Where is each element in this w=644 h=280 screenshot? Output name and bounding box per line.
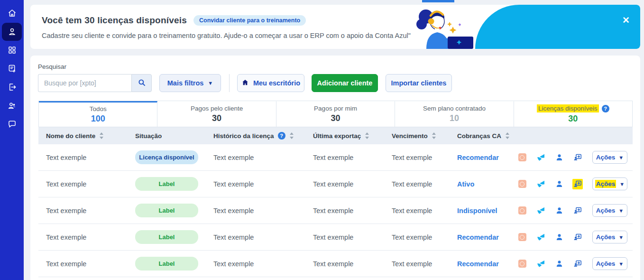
actions-button[interactable]: Ações ▼ xyxy=(592,231,627,243)
status-badge: Licença disponível xyxy=(135,150,198,164)
user-icon[interactable] xyxy=(554,232,564,243)
search-label: Pesquisar xyxy=(38,63,633,70)
tab-pagos-pelo-cliente[interactable]: Pagos pelo cliente 30 xyxy=(157,101,276,127)
help-icon[interactable]: ? xyxy=(602,105,609,112)
search-input[interactable] xyxy=(38,74,131,92)
office-home-icon xyxy=(241,79,249,88)
cobranca-link[interactable]: Indisponível xyxy=(457,207,497,215)
cell-client-name: Text exemple xyxy=(38,233,135,241)
cell-license-history: Text exemple xyxy=(213,154,313,161)
sidebar-item-notes[interactable] xyxy=(0,59,24,78)
add-client-button[interactable]: Adicionar cliente xyxy=(312,74,378,92)
cobranca-link[interactable]: Ativo xyxy=(457,180,474,188)
coin-icon[interactable] xyxy=(517,205,527,216)
table-row: Text exemple Label Text exemple Text exe… xyxy=(38,251,633,277)
cobranca-link[interactable]: Recomendar xyxy=(457,260,499,268)
cell-client-name: Text exemple xyxy=(38,180,135,188)
conta-azul-logo-icon[interactable] xyxy=(535,232,546,243)
cell-client-name: Text exemple xyxy=(38,260,135,268)
my-office-button[interactable]: Meu escritório xyxy=(237,74,304,92)
col-vencimento[interactable]: Vencimento xyxy=(392,132,457,140)
clients-table: Nome do cliente Situação Histórico da li… xyxy=(38,127,633,277)
col-historico-licenca[interactable]: Histórico da licença ? xyxy=(213,132,313,140)
apps-grid-icon xyxy=(2,41,22,59)
table-row: Text exemple Label Text exemple Text exe… xyxy=(38,224,633,251)
coin-icon[interactable] xyxy=(517,259,527,269)
user-training-icon[interactable] xyxy=(572,232,583,243)
import-clients-button[interactable]: Importar clientes xyxy=(386,74,452,92)
help-icon[interactable]: ? xyxy=(278,132,285,140)
col-ultima-exportacao[interactable]: Última exportaç xyxy=(313,132,392,140)
tab-pagos-cliente-count: 30 xyxy=(212,113,221,123)
sidebar-item-partners[interactable] xyxy=(0,96,24,115)
sort-icon[interactable] xyxy=(365,132,369,139)
banner-subtitle: Cadastre seu cliente e convide para o tr… xyxy=(42,32,411,39)
sidebar-item-clients[interactable] xyxy=(0,22,24,41)
user-icon[interactable] xyxy=(554,259,564,269)
conta-azul-logo-icon[interactable] xyxy=(535,259,546,269)
user-training-icon[interactable] xyxy=(572,259,583,269)
actions-button[interactable]: Ações ▼ xyxy=(592,257,627,270)
sidebar-item-chat[interactable] xyxy=(0,115,24,133)
conta-azul-logo-icon[interactable] xyxy=(535,179,546,189)
user-training-icon[interactable] xyxy=(572,179,583,189)
clients-panel: Pesquisar Mais filtros ▼ xyxy=(30,56,640,280)
search-button[interactable] xyxy=(131,74,152,92)
partners-icon xyxy=(2,97,22,115)
cell-client-name: Text exemple xyxy=(38,154,135,161)
coin-icon[interactable] xyxy=(517,152,527,163)
banner-text: Você tem 30 licenças disponíveis Convida… xyxy=(42,15,411,39)
user-training-icon[interactable] xyxy=(572,205,583,216)
user-training-icon[interactable] xyxy=(572,152,583,163)
license-banner: Você tem 30 licenças disponíveis Convida… xyxy=(30,5,640,49)
user-icon[interactable] xyxy=(554,179,564,189)
invite-training-badge[interactable]: Convidar cliente para o treinamento xyxy=(193,15,306,26)
sort-icon[interactable] xyxy=(289,132,294,139)
cell-last-export: Text exemple xyxy=(313,260,392,268)
actions-label: Ações xyxy=(596,260,616,267)
sidebar-item-export[interactable] xyxy=(0,78,24,96)
col-cobrancas-ca[interactable]: Cobranças CA xyxy=(457,132,517,140)
status-badge: Label xyxy=(135,257,198,271)
support-woman-illustration xyxy=(414,5,479,49)
cobranca-link[interactable]: Recomendar xyxy=(457,233,499,241)
conta-azul-logo-icon[interactable] xyxy=(535,152,546,163)
chat-icon xyxy=(2,115,22,133)
table-row: Text exemple Licença disponível Text exe… xyxy=(38,144,633,171)
sort-icon[interactable] xyxy=(505,132,510,139)
coin-icon[interactable] xyxy=(517,232,527,243)
actions-label: Ações xyxy=(596,233,616,241)
top-scrollbar-thumb[interactable] xyxy=(422,0,454,2)
sidebar-item-home[interactable] xyxy=(0,4,24,22)
tab-todos[interactable]: Todos 100 xyxy=(39,101,157,127)
user-icon[interactable] xyxy=(554,205,564,216)
cell-last-export: Text exemple xyxy=(313,233,392,241)
coin-icon[interactable] xyxy=(517,179,527,189)
user-icon[interactable] xyxy=(554,152,564,163)
tab-pagos-por-mim[interactable]: Pagos por mim 30 xyxy=(276,101,395,127)
app-root: Você tem 30 licenças disponíveis Convida… xyxy=(0,0,644,280)
tab-pagos-mim-count: 30 xyxy=(331,113,340,123)
actions-button[interactable]: Ações ▼ xyxy=(592,204,627,217)
chevron-down-icon: ▼ xyxy=(618,234,624,240)
cell-client-name: Text exemple xyxy=(38,207,135,215)
cobranca-link[interactable]: Recomendar xyxy=(457,154,499,161)
status-badge: Label xyxy=(135,204,198,217)
col-nome-do-cliente[interactable]: Nome do cliente xyxy=(38,132,135,140)
actions-button[interactable]: Ações ▼ xyxy=(592,151,627,164)
sort-icon[interactable] xyxy=(99,132,104,139)
cell-license-history: Text exemple xyxy=(213,260,313,268)
tab-sem-plano-label: Sem plano contratado xyxy=(423,105,486,112)
tab-licencas-disponiveis[interactable]: Licenças disponíveis ? 30 xyxy=(514,101,632,127)
more-filters-button[interactable]: Mais filtros ▼ xyxy=(159,74,221,92)
sort-icon[interactable] xyxy=(432,132,436,139)
conta-azul-logo-icon[interactable] xyxy=(535,205,546,216)
banner-close-button[interactable]: ✕ xyxy=(619,13,633,27)
sidebar xyxy=(0,0,24,280)
tab-sem-plano[interactable]: Sem plano contratado 10 xyxy=(395,101,514,127)
cell-due-date: Text exemple xyxy=(392,207,457,215)
status-badge: Label xyxy=(135,177,198,191)
actions-button[interactable]: Ações ▼ xyxy=(592,177,627,190)
actions-label: Ações xyxy=(595,180,616,188)
sidebar-item-apps[interactable] xyxy=(0,41,24,59)
